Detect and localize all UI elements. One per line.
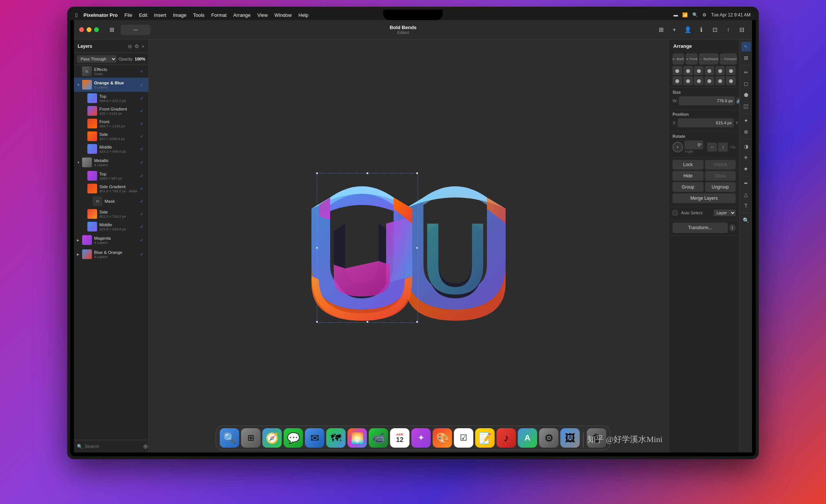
zoom-control[interactable]: — (121, 25, 150, 35)
angle-input[interactable] (684, 140, 703, 149)
dock-pixelmator2[interactable]: 🎨 (433, 428, 452, 448)
align-right-button[interactable]: ⬤ (694, 66, 704, 75)
layer-visible-front[interactable]: ✓ (140, 121, 145, 126)
layer-item-effects[interactable]: fx Effects Grain ✓ (74, 65, 148, 78)
layer-visible-blue-orange[interactable]: ✓ (140, 252, 145, 257)
layer-visible-top-1[interactable]: ✓ (140, 96, 145, 101)
layer-visible-side-gradient[interactable]: ✓ (140, 186, 145, 191)
dock-settings[interactable]: ⚙ (539, 428, 559, 448)
layer-item-orange-blue[interactable]: ▼ Orange & Blue 5 Layers ✓ (74, 78, 148, 92)
ungroup-button[interactable]: Ungroup (705, 182, 736, 192)
rotate-dial[interactable] (673, 142, 683, 152)
layers-collapse-all[interactable]: ⊖ (128, 43, 132, 49)
layer-visible-magenta[interactable]: ✓ (140, 238, 145, 243)
menu-window[interactable]: Window (274, 12, 292, 18)
effects-button[interactable]: ★ (741, 164, 751, 174)
menu-image[interactable]: Image (173, 12, 186, 18)
dock-launchpad[interactable]: ⊞ (241, 428, 261, 448)
width-input[interactable] (679, 96, 735, 105)
dock-finder[interactable]: 🔍 (220, 428, 239, 448)
layer-visible-middle-1[interactable]: ✓ (140, 147, 145, 152)
menu-insert[interactable]: Insert (154, 12, 167, 18)
transform-info-button[interactable]: ℹ (729, 224, 736, 231)
layer-item-metallic-side[interactable]: Side 851.3 × 793.2 px ✓ (74, 208, 148, 220)
inspector-button[interactable]: 👤 (683, 25, 693, 35)
sidebar-toggle-button[interactable]: ⊞ (106, 25, 117, 35)
dock-messages[interactable]: 💬 (284, 428, 303, 448)
dock-facetime[interactable]: 📹 (369, 428, 388, 448)
gradient-tool-button[interactable]: ◫ (741, 101, 751, 111)
layer-item-top-1[interactable]: Top 684.8 × 222.2 px ✓ (74, 92, 148, 105)
layers-options[interactable]: ⚙ (134, 43, 139, 49)
arrange-back-button[interactable]: ⇤ Back (673, 53, 684, 65)
layer-visible-mask[interactable]: ✓ (140, 199, 145, 204)
dock-systemprefs[interactable]: 🖼 (560, 428, 580, 448)
show-button[interactable]: Show (705, 171, 736, 181)
arrange-backward-button[interactable]: ← Backward (699, 53, 718, 65)
text-tool-button[interactable]: T (741, 201, 751, 211)
menu-help[interactable]: Help (298, 12, 308, 18)
dock-reminders[interactable]: ☑ (454, 428, 473, 448)
dist-h-button[interactable]: ⬤ (673, 76, 682, 85)
search-input[interactable] (85, 444, 141, 449)
pixel-align-button[interactable]: ⊞ (656, 25, 666, 35)
layers-add-button[interactable]: ⊕ (143, 443, 148, 450)
layer-visible-metallic-middle[interactable]: ✓ (140, 224, 145, 229)
merge-layers-button[interactable]: Merge Layers (673, 193, 736, 203)
layer-item-mask[interactable]: M Mask ✓ (74, 195, 148, 208)
dock-calendar[interactable]: APR 12 (390, 428, 410, 448)
x-input[interactable] (678, 118, 734, 127)
group-button[interactable]: Group (673, 182, 704, 192)
menu-format[interactable]: Format (211, 12, 227, 18)
add-layer-button[interactable]: + (669, 25, 680, 35)
fullscreen-button[interactable] (94, 27, 99, 32)
paint-tool-button[interactable]: ✏ (741, 68, 751, 77)
menubar-search[interactable]: 🔍 (692, 12, 698, 18)
align-bottom-button[interactable]: ⬤ (726, 66, 736, 75)
dock-safari[interactable]: 🧭 (263, 428, 282, 448)
dock-pixelmator[interactable]: ✦ (412, 428, 431, 448)
info-button[interactable]: ℹ (696, 25, 707, 35)
dock-photos[interactable]: 🌅 (348, 428, 367, 448)
arrange-front-button[interactable]: ⇥ Front (686, 53, 698, 65)
flip-h-button[interactable]: ↔ (707, 143, 717, 152)
blend-mode-select[interactable]: Pass Through Normal Multiply (77, 55, 117, 63)
dock-appstore[interactable]: A (518, 428, 537, 448)
fill-tool-button[interactable]: ⬟ (741, 90, 751, 100)
close-button[interactable] (79, 27, 84, 32)
menu-app-name[interactable]: Pixelmator Pro (83, 12, 118, 18)
menu-edit[interactable]: Edit (139, 12, 147, 18)
layer-item-side-gradient[interactable]: Side Gradient 851.3 × 793.2 px · Mask ✓ (74, 182, 148, 195)
color-adjust-button[interactable]: ◑ (741, 141, 751, 151)
pen-tool-button[interactable]: ✒ (741, 178, 751, 188)
dist-button-3[interactable]: ⬤ (694, 76, 704, 85)
apple-menu[interactable]:  (75, 12, 77, 18)
align-center-h-button[interactable]: ⬤ (683, 66, 693, 75)
dock-mail[interactable]: ✉ (305, 428, 324, 448)
zoom-tool-button[interactable]: 🔍 (741, 215, 751, 225)
lock-button[interactable]: Lock (673, 160, 704, 169)
dock-music[interactable]: ♪ (497, 428, 516, 448)
auto-select-checkbox[interactable] (673, 210, 678, 215)
menu-arrange[interactable]: Arrange (233, 12, 251, 18)
menubar-controlcenter[interactable]: ⚙ (702, 12, 707, 18)
unlock-button[interactable]: Unlock (705, 160, 736, 169)
size-link-button[interactable]: 🔗 (736, 97, 739, 104)
layer-visible-orange-blue[interactable]: ✓ (140, 83, 145, 87)
align-center-v-button[interactable]: ⬤ (715, 66, 725, 75)
align-top-button[interactable]: ⬤ (705, 66, 714, 75)
layer-item-magenta[interactable]: ▶ Magenta 4 Layers ✓ (74, 233, 148, 247)
layer-visible-side-1[interactable]: ✓ (140, 134, 145, 139)
dist-button-5[interactable]: ⬤ (715, 76, 725, 85)
clone-tool-button[interactable]: ⊕ (741, 127, 751, 137)
transform-button[interactable]: Transform... (673, 223, 728, 233)
dock-notes[interactable]: 📝 (475, 428, 495, 448)
dist-v-button[interactable]: ⬤ (683, 76, 693, 85)
flip-v-button[interactable]: ↕ (718, 143, 728, 152)
layer-visible-effects[interactable]: ✓ (140, 69, 145, 74)
layer-item-front-gradient[interactable]: Front Gradient 420 × 1142 px ✓ (74, 105, 148, 117)
erase-tool-button[interactable]: ◻ (741, 79, 751, 88)
layer-item-metallic-middle[interactable]: Middle 323.9 × 254.8 px ✓ (74, 220, 148, 233)
sharpen-button[interactable]: ☀ (741, 153, 751, 162)
align-left-button[interactable]: ⬤ (673, 66, 682, 75)
